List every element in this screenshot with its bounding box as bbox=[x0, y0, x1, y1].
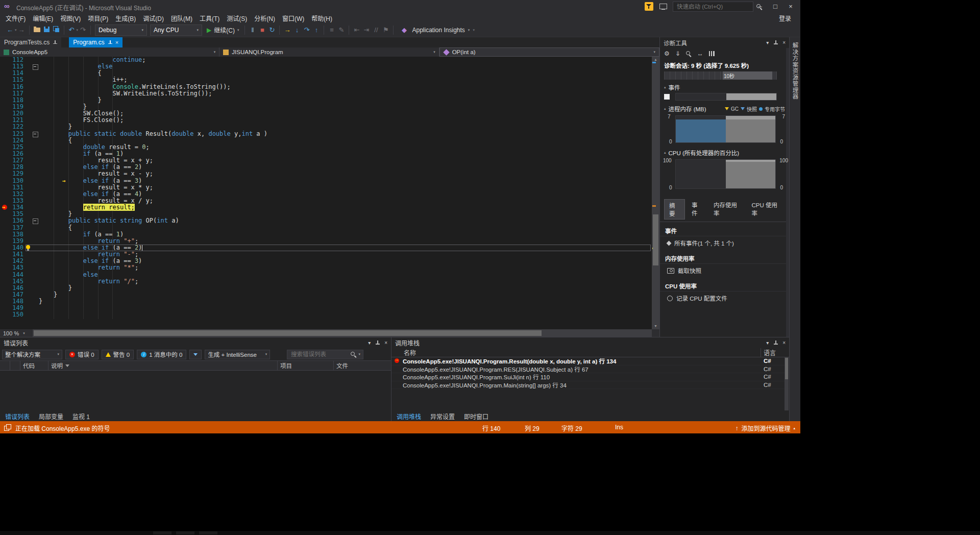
fold-marker[interactable] bbox=[33, 132, 38, 137]
project-dropdown[interactable]: ConsoleApp5 ▾ bbox=[0, 47, 219, 57]
navigate-back-dropdown[interactable]: ▾ bbox=[15, 28, 17, 32]
menu-item[interactable]: 帮助(H) bbox=[308, 13, 336, 23]
step-over-button[interactable]: ↷ bbox=[302, 26, 311, 34]
panel-tab[interactable]: 事件 bbox=[687, 199, 707, 220]
tab-programtests[interactable]: ProgramTests.cs bbox=[0, 37, 61, 47]
window-position-icon[interactable]: ▾ bbox=[368, 340, 371, 346]
lightbulb-icon[interactable] bbox=[26, 245, 30, 249]
menu-item[interactable]: 视图(V) bbox=[57, 13, 84, 23]
gear-icon[interactable]: ⚙ bbox=[664, 50, 670, 57]
zoom-in-icon[interactable] bbox=[686, 51, 692, 57]
panel-tab[interactable]: 摘要 bbox=[664, 199, 685, 220]
call-stack-scrollbar[interactable] bbox=[785, 357, 789, 410]
pin-icon[interactable] bbox=[773, 341, 778, 345]
record-cpu-link[interactable]: 记录 CPU 配置文件 bbox=[660, 291, 789, 305]
header-project[interactable]: 项目 bbox=[278, 361, 334, 370]
all-events-link[interactable]: 所有事件(1 个, 共 1 个) bbox=[660, 236, 789, 250]
events-timeline[interactable] bbox=[675, 93, 777, 101]
fold-marker[interactable] bbox=[33, 64, 38, 70]
error-list-search[interactable]: ▾ bbox=[287, 350, 363, 359]
messages-filter-button[interactable]: i 1 消息中的 0 bbox=[137, 350, 186, 359]
header-description[interactable]: 说明 bbox=[48, 361, 278, 370]
application-insights-dropdown[interactable]: ◆ Application Insights ▾ bbox=[399, 26, 470, 34]
export-icon[interactable]: ⇓ bbox=[675, 50, 680, 57]
scrollbar-thumb[interactable] bbox=[34, 330, 542, 336]
menu-item[interactable]: 工具(T) bbox=[196, 13, 223, 23]
source-filter-dropdown[interactable]: 生成 + IntelliSense ▾ bbox=[205, 350, 270, 359]
code-line[interactable]: 118 } bbox=[0, 97, 652, 104]
code-line[interactable]: 121 FS.Close(); bbox=[0, 117, 652, 124]
cpu-chart[interactable] bbox=[675, 159, 776, 189]
pin-icon[interactable] bbox=[108, 40, 112, 45]
show-next-statement-button[interactable]: → bbox=[283, 26, 291, 34]
scope-dropdown[interactable]: 整个解决方案 ▾ bbox=[2, 350, 62, 359]
code-area[interactable]: 112 continue;113 else114 {115 i++;116 Co… bbox=[0, 57, 652, 329]
vertical-scrollbar[interactable]: ▲ ▼ bbox=[652, 57, 659, 329]
callstack-frame[interactable]: ConsoleApp5.exe!JISUANQI.Program.SuiJi(i… bbox=[391, 373, 789, 381]
open-file-button[interactable] bbox=[33, 26, 41, 34]
member-dropdown[interactable]: OP(int a) ▾ bbox=[439, 47, 659, 57]
menu-item[interactable]: 测试(S) bbox=[223, 13, 251, 23]
chart-icon[interactable] bbox=[709, 51, 715, 56]
take-snapshot-link[interactable]: 截取快照 bbox=[660, 264, 789, 277]
navigate-forward-button[interactable]: → bbox=[17, 26, 26, 34]
pin-icon[interactable] bbox=[375, 341, 380, 345]
panel-tab[interactable]: 错误列表 bbox=[1, 411, 34, 422]
panel-tab[interactable]: 异常设置 bbox=[426, 411, 459, 422]
menu-item[interactable]: 窗口(W) bbox=[279, 13, 308, 23]
close-button[interactable]: × bbox=[783, 0, 798, 13]
panel-tab[interactable]: 内存使用率 bbox=[709, 199, 745, 220]
code-line[interactable]: 123 public static double Result(double x… bbox=[0, 131, 652, 137]
warnings-filter-button[interactable]: 警告 0 bbox=[102, 350, 134, 359]
timeline-ruler[interactable]: 10秒 bbox=[664, 71, 777, 80]
menu-item[interactable]: 团队(M) bbox=[167, 13, 196, 23]
break-all-button[interactable]: ‖ bbox=[248, 26, 257, 34]
reset-view-icon[interactable]: ↔ bbox=[697, 50, 703, 57]
pin-icon[interactable] bbox=[773, 40, 778, 45]
menu-item[interactable]: 调试(D) bbox=[139, 13, 167, 23]
horizontal-scrollbar[interactable] bbox=[33, 329, 652, 337]
events-track[interactable] bbox=[664, 92, 777, 101]
code-line[interactable]: →134 return result; bbox=[0, 204, 652, 211]
tab-program[interactable]: Program.cs × bbox=[69, 37, 122, 47]
error-list-body[interactable] bbox=[0, 371, 391, 411]
stop-debugging-button[interactable]: ■ bbox=[258, 26, 266, 34]
close-icon[interactable]: × bbox=[384, 340, 387, 346]
menu-item[interactable]: 生成(B) bbox=[112, 13, 139, 23]
diagnostics-title-bar[interactable]: 诊断工具 ▾ × bbox=[660, 37, 789, 48]
code-line[interactable]: 150 bbox=[0, 311, 652, 318]
quick-launch-search[interactable] bbox=[673, 2, 753, 12]
taskbar-item[interactable] bbox=[176, 531, 194, 534]
menu-item[interactable]: 文件(F) bbox=[2, 13, 29, 23]
code-line[interactable]: 136 public static string OP(int a) bbox=[0, 217, 652, 224]
errors-filter-button[interactable]: × 错误 0 bbox=[65, 350, 99, 359]
close-icon[interactable]: × bbox=[115, 39, 118, 45]
window-position-icon[interactable]: ▾ bbox=[766, 40, 769, 45]
memory-section-header[interactable]: ▴ 进程内存 (MB) GC 快照 专用字节 bbox=[660, 103, 789, 113]
configuration-dropdown[interactable]: Debug ▾ bbox=[95, 25, 147, 36]
redo-button[interactable]: ↷ bbox=[79, 26, 87, 34]
save-button[interactable] bbox=[42, 26, 51, 34]
step-out-button[interactable]: ↑ bbox=[312, 26, 321, 34]
platform-dropdown[interactable]: Any CPU ▾ bbox=[150, 25, 202, 36]
filter-icon[interactable] bbox=[65, 364, 69, 367]
code-line[interactable]: 145 return "/"; bbox=[0, 278, 652, 285]
undo-dropdown[interactable]: ▾ bbox=[77, 28, 79, 32]
error-list-title-bar[interactable]: 错误列表 ▾ × bbox=[0, 337, 391, 348]
scrollbar-thumb[interactable] bbox=[785, 358, 788, 379]
bookmark-icon[interactable]: ⚑ bbox=[381, 26, 390, 34]
code-line[interactable]: 147 } bbox=[0, 291, 652, 298]
notifications-filter-icon[interactable] bbox=[645, 2, 653, 11]
header-name[interactable]: 名称 bbox=[404, 348, 761, 357]
navigate-back-button[interactable]: ← bbox=[6, 26, 14, 34]
timeline-selection[interactable]: 10秒 bbox=[723, 71, 772, 80]
member-list-icon[interactable]: ≡ bbox=[327, 26, 336, 34]
menu-item[interactable]: 编辑(E) bbox=[29, 13, 57, 23]
panel-tab[interactable]: 即时窗口 bbox=[460, 411, 493, 422]
panel-tab[interactable]: 监视 1 bbox=[68, 411, 94, 422]
maximize-button[interactable]: □ bbox=[768, 0, 783, 13]
header-file[interactable]: 文件 bbox=[334, 361, 391, 370]
code-line[interactable]: 149 bbox=[0, 305, 652, 311]
panel-tab[interactable]: 调用堆栈 bbox=[393, 411, 425, 422]
taskbar-item[interactable] bbox=[199, 531, 217, 534]
